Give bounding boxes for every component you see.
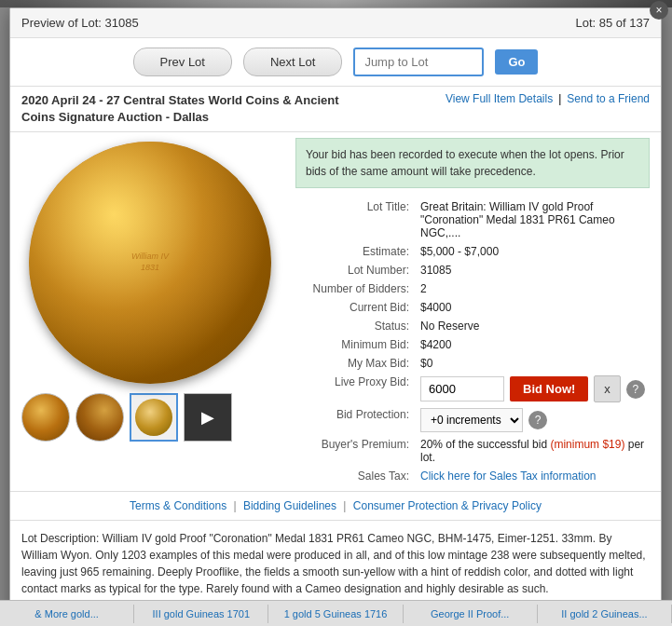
next-lot-button[interactable]: Next Lot — [243, 48, 342, 76]
status-row: Status: No Reserve — [295, 317, 650, 335]
lot-number-label: Lot Number: — [295, 261, 417, 279]
sales-tax-cell: Click here for Sales Tax information — [417, 467, 650, 485]
thumbnail-3[interactable] — [130, 393, 178, 442]
protection-help-icon[interactable]: ? — [528, 411, 547, 429]
status-label: Status: — [295, 317, 417, 335]
sales-tax-row: Sales Tax: Click here for Sales Tax info… — [295, 467, 650, 485]
jump-to-lot-input[interactable] — [353, 48, 484, 76]
auction-modal: × Preview of Lot: 31085 Lot: 85 of 137 P… — [9, 7, 662, 626]
live-proxy-input[interactable] — [420, 376, 504, 401]
modal-close-button[interactable]: × — [650, 1, 668, 20]
my-max-bid-row: My Max Bid: $0 — [295, 354, 650, 373]
bid-now-button[interactable]: Bid Now! — [510, 376, 588, 401]
main-content: William IV1831 ▶ Your bid has been recor… — [10, 132, 661, 491]
sales-tax-label: Sales Tax: — [295, 467, 417, 485]
buyers-premium-label: Buyer's Premium: — [295, 435, 417, 467]
auction-title: 2020 April 24 - 27 Central States World … — [21, 92, 376, 126]
left-panel: William IV1831 ▶ — [10, 132, 290, 491]
thumbnails-row: ▶ — [21, 393, 279, 442]
lot-number-row: Lot Number: 31085 — [295, 261, 650, 279]
sales-tax-link[interactable]: Click here for Sales Tax information — [420, 470, 597, 483]
num-bidders-label: Number of Bidders: — [295, 279, 417, 298]
bottom-nav-item-1[interactable]: III gold Guineas 1701 — [134, 605, 268, 623]
bid-protection-label: Bid Protection: — [295, 405, 417, 435]
pipe-2: | — [343, 499, 349, 512]
terms-conditions-link[interactable]: Terms & Conditions — [130, 499, 226, 512]
minimum-bid-value: $4200 — [417, 335, 650, 354]
bid-help-icon[interactable]: ? — [626, 380, 645, 399]
my-max-bid-value: $0 — [417, 354, 650, 373]
details-table: Lot Title: Great Britain: William IV gol… — [295, 197, 650, 485]
num-bidders-row: Number of Bidders: 2 — [295, 279, 650, 298]
bottom-nav-item-3[interactable]: George II Proof... — [404, 605, 538, 623]
lot-count-label: Lot: 85 of 137 — [575, 16, 650, 30]
bid-protection-row: Bid Protection: +0 increments ? — [295, 405, 650, 435]
footer-links: Terms & Conditions | Bidding Guidelines … — [10, 491, 661, 521]
bid-protection-cell: +0 increments ? — [417, 405, 650, 435]
bottom-nav-item-2[interactable]: 1 gold 5 Guineas 1716 — [268, 605, 403, 623]
my-max-bid-label: My Max Bid: — [295, 354, 417, 373]
view-full-item-link[interactable]: View Full Item Details — [446, 92, 553, 105]
pipe-divider: | — [558, 92, 561, 105]
auction-links: View Full Item Details | Send to a Frien… — [446, 92, 650, 105]
lot-title-value: Great Britain: William IV gold Proof "Co… — [417, 197, 650, 242]
lot-description: Lot Description: William IV gold Proof "… — [10, 521, 661, 607]
auction-title-row: 2020 April 24 - 27 Central States World … — [10, 87, 661, 132]
send-to-friend-link[interactable]: Send to a Friend — [567, 92, 650, 105]
estimate-row: Estimate: $5,000 - $7,000 — [295, 242, 650, 261]
bottom-nav-item-0[interactable]: & More gold... — [0, 605, 134, 623]
increment-select[interactable]: +0 increments — [420, 408, 523, 432]
estimate-value: $5,000 - $7,000 — [417, 242, 650, 261]
status-value: No Reserve — [417, 317, 650, 335]
num-bidders-value: 2 — [417, 279, 650, 298]
live-proxy-label: Live Proxy Bid: — [295, 373, 417, 405]
live-proxy-cell: Bid Now! x ? — [417, 373, 650, 405]
minimum-bid-label: Minimum Bid: — [295, 335, 417, 354]
increment-select-wrap: +0 increments ? — [420, 408, 646, 432]
lot-description-text: Lot Description: William IV gold Proof "… — [21, 532, 646, 595]
privacy-policy-link[interactable]: Consumer Protection & Privacy Policy — [353, 499, 542, 512]
coin-image: William IV1831 — [29, 142, 271, 384]
current-bid-value: $4000 — [417, 298, 650, 317]
pipe-1: | — [233, 499, 239, 512]
current-bid-row: Current Bid: $4000 — [295, 298, 650, 317]
buyers-premium-row: Buyer's Premium: 20% of the successful b… — [295, 435, 650, 467]
lot-number-value: 31085 — [417, 261, 650, 279]
minimum-bid-row: Minimum Bid: $4200 — [295, 335, 650, 354]
buyers-premium-minimum: (minimum $19) — [550, 438, 624, 451]
prev-lot-button[interactable]: Prev Lot — [133, 48, 232, 76]
thumbnail-2[interactable] — [75, 393, 124, 442]
nav-row: Prev Lot Next Lot Go — [10, 38, 661, 87]
preview-lot-label: Preview of Lot: 31085 — [21, 16, 139, 30]
lot-title-label: Lot Title: — [295, 197, 417, 242]
modal-header: Preview of Lot: 31085 Lot: 85 of 137 — [10, 8, 661, 38]
estimate-label: Estimate: — [295, 242, 417, 261]
right-panel: Your bid has been recorded to execute wh… — [290, 132, 661, 491]
bottom-nav-bar: & More gold... III gold Guineas 1701 1 g… — [0, 600, 672, 626]
buyers-premium-text: 20% of the successful bid — [420, 438, 550, 451]
live-proxy-row: Live Proxy Bid: Bid Now! x ? — [295, 373, 650, 405]
lot-title-row: Lot Title: Great Britain: William IV gol… — [295, 197, 650, 242]
bid-recorded-text: Your bid has been recorded to execute wh… — [306, 148, 624, 178]
video-play-button[interactable]: ▶ — [184, 393, 232, 442]
bid-recorded-banner: Your bid has been recorded to execute wh… — [295, 138, 650, 188]
bottom-nav-item-4[interactable]: II gold 2 Guineas... — [538, 605, 672, 623]
bid-input-row: Bid Now! x ? — [420, 375, 646, 402]
go-button[interactable]: Go — [495, 49, 538, 75]
coin-face-overlay: William IV1831 — [57, 252, 243, 274]
bid-clear-button[interactable]: x — [594, 375, 621, 402]
bidding-guidelines-link[interactable]: Bidding Guidelines — [243, 499, 336, 512]
buyers-premium-cell: 20% of the successful bid (minimum $19) … — [417, 435, 650, 467]
current-bid-label: Current Bid: — [295, 298, 417, 317]
thumbnail-1[interactable] — [21, 393, 70, 442]
